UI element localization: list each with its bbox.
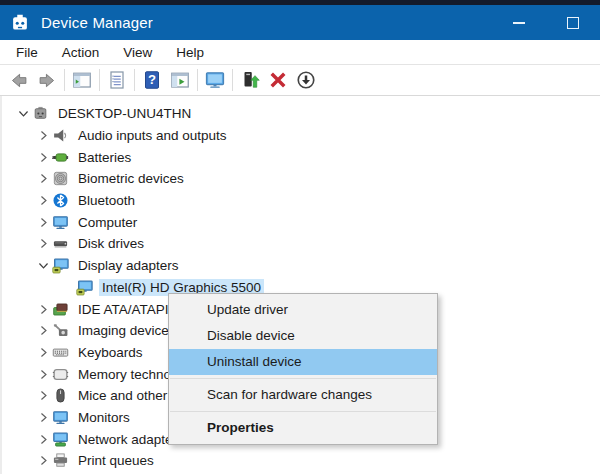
action-pane-icon (170, 70, 190, 90)
expand-chevron-icon[interactable] (34, 149, 52, 165)
expand-chevron-icon[interactable] (34, 388, 52, 404)
properties-doc-icon (107, 70, 127, 90)
tree-item-label: DESKTOP-UNU4THN (55, 105, 194, 122)
toolbar-separator (197, 69, 198, 91)
expand-chevron-icon[interactable] (34, 409, 52, 425)
printer-icon (52, 452, 69, 469)
properties-panel-button[interactable] (103, 67, 131, 93)
devices-button[interactable] (201, 67, 229, 93)
expand-chevron-icon[interactable] (34, 214, 52, 230)
tree-item-label: Display adapters (75, 257, 182, 274)
toolbar-separator (64, 69, 65, 91)
minimize-button[interactable] (502, 5, 536, 40)
expand-chevron-icon[interactable] (34, 323, 52, 339)
menu-view[interactable]: View (111, 45, 164, 60)
expand-chevron-icon[interactable] (34, 193, 52, 209)
tree-item-label: Batteries (75, 149, 134, 166)
disk-drive-icon (52, 235, 69, 252)
menubar: File Action View Help (0, 40, 600, 65)
tree-item-label: Biometric devices (75, 170, 187, 187)
network-adapter-icon (52, 431, 69, 448)
tree-item-label: Monitors (75, 409, 133, 426)
mouse-icon (52, 387, 69, 404)
update-driver-icon (240, 70, 260, 90)
toolbar-separator (99, 69, 100, 91)
minimize-icon (513, 22, 525, 24)
back-button[interactable] (5, 67, 33, 93)
uninstall-device-button[interactable] (264, 67, 292, 93)
expand-chevron-icon[interactable] (34, 366, 52, 382)
keyboard-icon (52, 344, 69, 361)
window-title: Device Manager (41, 14, 153, 31)
toolbar-separator (232, 69, 233, 91)
display-adapter-icon (52, 257, 69, 274)
expand-chevron-icon[interactable] (34, 431, 52, 447)
titlebar: Device Manager (0, 5, 600, 40)
console-tree-icon (72, 70, 92, 90)
tree-item-computer[interactable]: Computer (2, 211, 600, 233)
context-menu-item-properties[interactable]: Properties (169, 415, 437, 441)
update-driver-button[interactable] (236, 67, 264, 93)
context-menu: Update driver Disable device Uninstall d… (168, 293, 438, 445)
expand-chevron-icon[interactable] (34, 344, 52, 360)
expand-chevron-icon[interactable] (34, 128, 52, 144)
monitor-icon (205, 70, 225, 90)
tree-item-batteries[interactable]: Batteries (2, 146, 600, 168)
context-menu-separator (170, 378, 436, 379)
tree-item-biometric-devices[interactable]: Biometric devices (2, 168, 600, 190)
expand-chevron-icon[interactable] (34, 301, 52, 317)
context-menu-item-uninstall-device[interactable]: Uninstall device (169, 349, 437, 375)
device-manager-app-icon (9, 12, 31, 34)
menu-file[interactable]: File (4, 45, 50, 60)
help-button[interactable] (138, 67, 166, 93)
ide-controller-icon (52, 301, 69, 318)
context-menu-separator (170, 411, 436, 412)
context-menu-item-disable-device[interactable]: Disable device (169, 323, 437, 349)
tree-item-label: Audio inputs and outputs (75, 127, 230, 144)
expand-chevron-icon[interactable] (34, 236, 52, 252)
forward-arrow-icon (35, 71, 59, 90)
tree-item-desktop-unu4thn[interactable]: DESKTOP-UNU4THN (2, 103, 600, 125)
show-console-tree-button[interactable] (68, 67, 96, 93)
disable-device-button[interactable] (292, 67, 320, 93)
tree-item-label: Bluetooth (75, 192, 138, 209)
menu-action[interactable]: Action (50, 45, 112, 60)
action-pane-button[interactable] (166, 67, 194, 93)
battery-icon (52, 149, 69, 166)
memory-device-icon (52, 366, 69, 383)
maximize-button[interactable] (556, 5, 590, 40)
toolbar-separator (134, 69, 135, 91)
red-x-icon (268, 70, 288, 90)
maximize-icon (567, 17, 579, 29)
tree-item-label: Print queues (75, 452, 157, 469)
tree-item-audio-inputs-and-outputs[interactable]: Audio inputs and outputs (2, 125, 600, 147)
help-icon (142, 70, 162, 90)
tree-item-display-adapters[interactable]: Display adapters (2, 255, 600, 277)
tree-item-disk-drives[interactable]: Disk drives (2, 233, 600, 255)
tree-item-bluetooth[interactable]: Bluetooth (2, 190, 600, 212)
tree-item-label: Keyboards (75, 344, 146, 361)
collapse-chevron-icon[interactable] (14, 106, 32, 122)
disable-down-arrow-icon (296, 70, 316, 90)
speaker-icon (52, 127, 69, 144)
computer-root-icon (32, 105, 49, 122)
back-arrow-icon (7, 71, 31, 90)
tree-item-label: Disk drives (75, 235, 147, 252)
forward-button[interactable] (33, 67, 61, 93)
display-adapter-icon (76, 279, 93, 296)
imaging-device-icon (52, 322, 69, 339)
expand-chevron-icon[interactable] (34, 171, 52, 187)
fingerprint-icon (52, 170, 69, 187)
monitor-icon (52, 409, 69, 426)
tree-item-print-queues[interactable]: Print queues (2, 450, 600, 472)
monitor-icon (52, 214, 69, 231)
context-menu-item-update-driver[interactable]: Update driver (169, 297, 437, 323)
menu-help[interactable]: Help (164, 45, 216, 60)
toolbar (0, 65, 600, 96)
collapse-chevron-icon[interactable] (34, 258, 52, 274)
chevron-spacer (58, 279, 76, 295)
context-menu-item-scan-for-hardware-changes[interactable]: Scan for hardware changes (169, 382, 437, 408)
tree-item-label: Computer (75, 214, 140, 231)
expand-chevron-icon[interactable] (34, 453, 52, 469)
bluetooth-icon (52, 192, 69, 209)
